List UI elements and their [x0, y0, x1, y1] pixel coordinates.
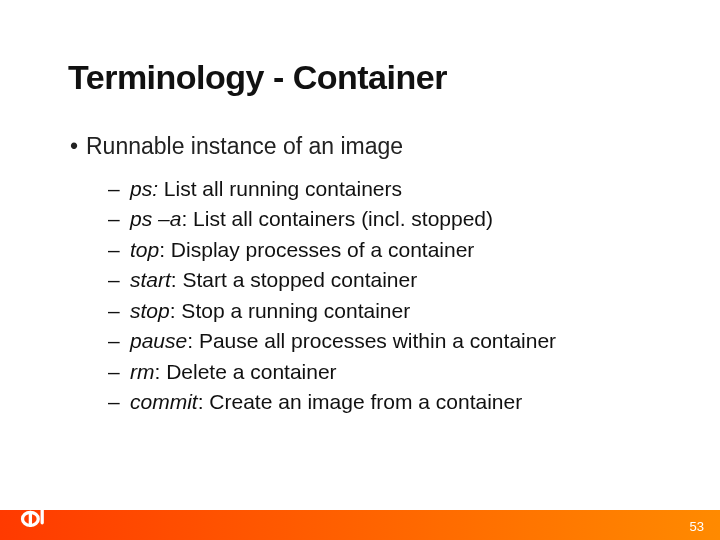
slide-title: Terminology - Container	[68, 58, 652, 97]
list-item-text: stop: Stop a running container	[130, 296, 411, 326]
bullet-text: Runnable instance of an image	[86, 133, 403, 160]
list-item: – commit: Create an image from a contain…	[108, 387, 652, 417]
dash-icon: –	[108, 296, 130, 326]
description: : Pause all processes within a container	[187, 329, 556, 352]
footer-bar	[0, 510, 720, 540]
dash-icon: –	[108, 387, 130, 417]
description: : List all containers (incl. stopped)	[181, 207, 493, 230]
list-item-text: top: Display processes of a container	[130, 235, 475, 265]
dash-icon: –	[108, 235, 130, 265]
description: : Start a stopped container	[171, 268, 417, 291]
command: rm	[130, 360, 155, 383]
dash-icon: –	[108, 357, 130, 387]
command: commit	[130, 390, 198, 413]
list-item-text: ps –a: List all containers (incl. stoppe…	[130, 204, 494, 234]
list-item-text: ps: List all running containers	[130, 174, 403, 204]
logo-icon	[12, 490, 54, 532]
description: : Delete a container	[155, 360, 337, 383]
list-item: – ps –a: List all containers (incl. stop…	[108, 204, 652, 234]
command: pause	[130, 329, 187, 352]
list-item-text: commit: Create an image from a container	[130, 387, 523, 417]
description: List all running containers	[158, 177, 402, 200]
subitems: – ps: List all running containers – ps –…	[68, 174, 652, 418]
list-item: – stop: Stop a running container	[108, 296, 652, 326]
dash-icon: –	[108, 174, 130, 204]
dash-icon: –	[108, 326, 130, 356]
description: : Display processes of a container	[159, 238, 474, 261]
page-number: 53	[690, 519, 704, 534]
list-item: – pause: Pause all processes within a co…	[108, 326, 652, 356]
list-item-text: rm: Delete a container	[130, 357, 338, 387]
list-item: – rm: Delete a container	[108, 357, 652, 387]
command: ps –a	[130, 207, 181, 230]
bullet-dot: •	[68, 133, 86, 160]
description: : Create an image from a container	[198, 390, 523, 413]
description: : Stop a running container	[170, 299, 411, 322]
dash-icon: –	[108, 265, 130, 295]
list-item: – start: Start a stopped container	[108, 265, 652, 295]
slide: Terminology - Container • Runnable insta…	[0, 0, 720, 540]
command: top	[130, 238, 159, 261]
list-item: – ps: List all running containers	[108, 174, 652, 204]
bullet-level1: • Runnable instance of an image	[68, 133, 652, 160]
dash-icon: –	[108, 204, 130, 234]
list-item-text: pause: Pause all processes within a cont…	[130, 326, 557, 356]
command: start	[130, 268, 171, 291]
command: stop	[130, 299, 170, 322]
command: ps:	[130, 177, 158, 200]
list-item-text: start: Start a stopped container	[130, 265, 418, 295]
list-item: – top: Display processes of a container	[108, 235, 652, 265]
